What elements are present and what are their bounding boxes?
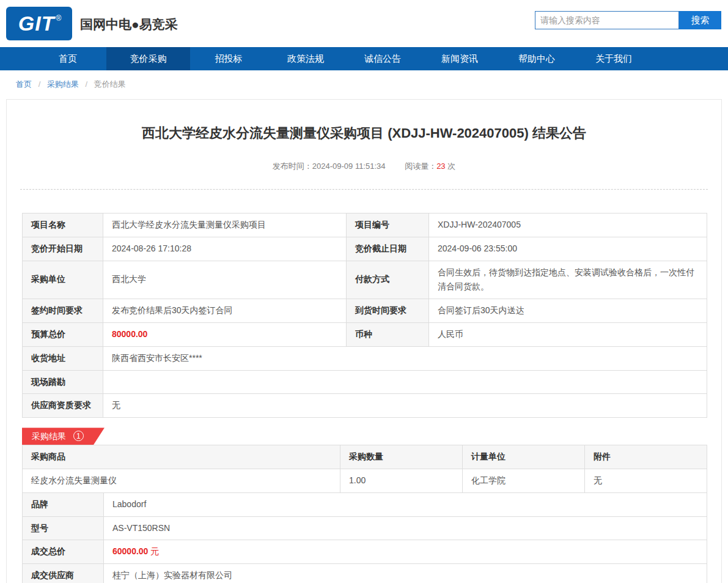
result-section-badge: 采购结果 1 bbox=[22, 428, 105, 445]
product-quantity: 1.00 bbox=[340, 469, 463, 492]
table-row: 采购单位 西北大学 付款方式 合同生效后，待货物到达指定地点、安装调试验收合格后… bbox=[23, 261, 707, 299]
info-value: 西北大学 bbox=[103, 261, 347, 299]
nav-item-integrity-notices[interactable]: 诚信公告 bbox=[344, 47, 421, 70]
info-label: 竞价截止日期 bbox=[347, 237, 429, 261]
main-nav: 首页 竞价采购 招投标 政策法规 诚信公告 新闻资讯 帮助中心 关于我们 bbox=[0, 47, 728, 70]
info-label: 预算总价 bbox=[23, 322, 103, 346]
table-row: 品牌 Labodorf bbox=[23, 492, 707, 516]
detail-label: 成交供应商 bbox=[23, 564, 104, 583]
info-label: 项目名称 bbox=[23, 214, 103, 237]
deal-detail-table: 品牌 Labodorf 型号 AS-VT150RSN 成交总价 60000.00… bbox=[22, 492, 707, 583]
site-logo[interactable]: GIT® bbox=[6, 7, 72, 40]
nav-item-home[interactable]: 首页 bbox=[29, 47, 106, 70]
table-row: 现场踏勘 bbox=[23, 370, 707, 394]
info-value: XDJJ-HW-202407005 bbox=[429, 214, 707, 237]
detail-label: 型号 bbox=[23, 516, 104, 540]
breadcrumb-purchase-results[interactable]: 采购结果 bbox=[47, 80, 79, 89]
column-header: 附件 bbox=[585, 445, 707, 469]
nav-item-policies[interactable]: 政策法规 bbox=[267, 47, 344, 70]
result-badge-number: 1 bbox=[73, 431, 84, 441]
info-value: 2024-09-06 23:55:00 bbox=[429, 237, 707, 261]
deal-total-price: 60000.00 bbox=[112, 546, 148, 556]
publish-time-value: 2024-09-09 11:51:34 bbox=[312, 162, 386, 171]
info-value: 合同签订后30天内送达 bbox=[429, 299, 707, 323]
info-value bbox=[103, 370, 707, 394]
nav-item-about-us[interactable]: 关于我们 bbox=[575, 47, 652, 70]
purchase-result-table: 采购商品 采购数量 计量单位 附件 经皮水分流失量测量仪 1.00 化工学院 无 bbox=[22, 445, 707, 493]
table-header-row: 采购商品 采购数量 计量单位 附件 bbox=[23, 445, 707, 469]
table-row: 项目名称 西北大学经皮水分流失量测量仪采购项目 项目编号 XDJJ-HW-202… bbox=[23, 214, 707, 237]
breadcrumb: 首页 / 采购结果 / 竞价结果 bbox=[0, 70, 728, 97]
breadcrumb-separator: / bbox=[86, 80, 88, 89]
divider bbox=[20, 189, 708, 190]
table-row: 收货地址 陕西省西安市长安区**** bbox=[23, 346, 707, 370]
detail-label: 品牌 bbox=[23, 492, 104, 516]
table-row: 竞价开始日期 2024-08-26 17:10:28 竞价截止日期 2024-0… bbox=[23, 237, 707, 261]
info-label: 竞价开始日期 bbox=[23, 237, 103, 261]
registered-mark-icon: ® bbox=[56, 14, 61, 23]
detail-label: 成交总价 bbox=[23, 540, 104, 564]
logo-text: GIT bbox=[18, 12, 55, 35]
table-row: 签约时间要求 发布竞价结果后30天内签订合同 到货时间要求 合同签订后30天内送… bbox=[23, 299, 707, 323]
info-value: 人民币 bbox=[429, 322, 707, 346]
breadcrumb-current: 竞价结果 bbox=[94, 80, 126, 89]
info-value: 发布竞价结果后30天内签订合同 bbox=[103, 299, 347, 323]
column-header: 采购商品 bbox=[23, 445, 340, 469]
product-unit: 化工学院 bbox=[463, 469, 585, 492]
product-name: 经皮水分流失量测量仪 bbox=[23, 469, 340, 492]
info-label: 现场踏勘 bbox=[23, 370, 103, 394]
column-header: 采购数量 bbox=[340, 445, 463, 469]
model-value: AS-VT150RSN bbox=[104, 516, 707, 540]
search-input[interactable] bbox=[535, 11, 679, 29]
announcement-card: 西北大学经皮水分流失量测量仪采购项目 (XDJJ-HW-202407005) 结… bbox=[6, 99, 722, 583]
info-label: 签约时间要求 bbox=[23, 299, 103, 323]
views-unit: 次 bbox=[447, 162, 455, 171]
info-value: 无 bbox=[103, 394, 707, 418]
info-label: 项目编号 bbox=[347, 214, 429, 237]
info-value: 陕西省西安市长安区**** bbox=[103, 346, 707, 370]
nav-item-help-center[interactable]: 帮助中心 bbox=[498, 47, 575, 70]
info-value: 2024-08-26 17:10:28 bbox=[103, 237, 347, 261]
brand-value: Labodorf bbox=[104, 492, 707, 516]
result-badge-label: 采购结果 bbox=[32, 431, 66, 441]
info-label: 币种 bbox=[347, 322, 429, 346]
table-row: 型号 AS-VT150RSN bbox=[23, 516, 707, 540]
breadcrumb-separator: / bbox=[39, 80, 41, 89]
nav-item-bidding-purchase[interactable]: 竞价采购 bbox=[106, 47, 190, 70]
info-label: 供应商资质要求 bbox=[23, 394, 103, 418]
supplier-value: 桂宁（上海）实验器材有限公司 bbox=[104, 564, 707, 583]
nav-item-tenders[interactable]: 招投标 bbox=[190, 47, 267, 70]
deal-price-unit: 元 bbox=[150, 546, 159, 556]
info-label: 到货时间要求 bbox=[347, 299, 429, 323]
info-label: 付款方式 bbox=[347, 261, 429, 299]
views-count: 23 bbox=[436, 162, 445, 171]
nav-item-news[interactable]: 新闻资讯 bbox=[421, 47, 498, 70]
table-row: 成交总价 60000.00 元 bbox=[23, 540, 707, 564]
top-header: GIT® 国网中电●易竞采 搜索 bbox=[0, 0, 728, 47]
table-row: 经皮水分流失量测量仪 1.00 化工学院 无 bbox=[23, 469, 707, 492]
publish-time-label: 发布时间： bbox=[273, 162, 312, 171]
product-attachment: 无 bbox=[585, 469, 707, 492]
info-label: 收货地址 bbox=[23, 346, 103, 370]
views-label: 阅读量： bbox=[405, 162, 436, 171]
search-bar: 搜索 bbox=[535, 11, 721, 29]
page-title: 西北大学经皮水分流失量测量仪采购项目 (XDJJ-HW-202407005) 结… bbox=[7, 124, 721, 143]
breadcrumb-home[interactable]: 首页 bbox=[16, 80, 32, 89]
table-row: 预算总价 80000.00 币种 人民币 bbox=[23, 322, 707, 346]
column-header: 计量单位 bbox=[463, 445, 585, 469]
info-label: 采购单位 bbox=[23, 261, 103, 299]
info-value: 西北大学经皮水分流失量测量仪采购项目 bbox=[103, 214, 347, 237]
info-value: 合同生效后，待货物到达指定地点、安装调试验收合格后，一次性付清合同货款。 bbox=[429, 261, 707, 299]
site-title: 国网中电●易竞采 bbox=[80, 16, 178, 33]
table-row: 供应商资质要求 无 bbox=[23, 394, 707, 418]
table-row: 成交供应商 桂宁（上海）实验器材有限公司 bbox=[23, 564, 707, 583]
budget-total-price: 80000.00 bbox=[112, 329, 147, 339]
search-button[interactable]: 搜索 bbox=[679, 11, 721, 29]
article-meta: 发布时间：2024-09-09 11:51:34 阅读量：23 次 bbox=[7, 161, 721, 172]
project-info-table: 项目名称 西北大学经皮水分流失量测量仪采购项目 项目编号 XDJJ-HW-202… bbox=[22, 213, 707, 418]
